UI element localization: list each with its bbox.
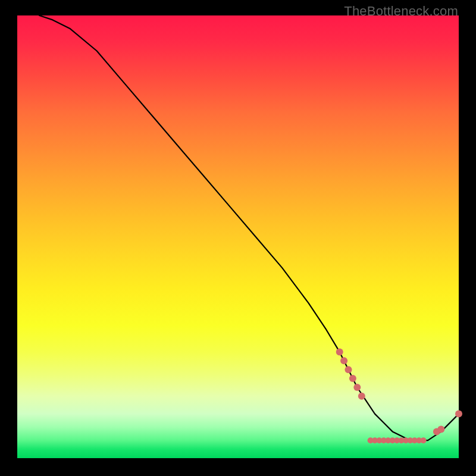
chart-overlay	[17, 15, 459, 458]
data-marker	[358, 393, 365, 400]
data-marker	[455, 411, 462, 418]
data-marker	[437, 426, 444, 433]
marker-band-b	[368, 437, 427, 443]
marker-pair-c	[433, 426, 444, 436]
data-marker	[353, 384, 361, 391]
chart-stage: TheBottleneck.com	[0, 0, 476, 476]
data-marker	[340, 357, 347, 364]
data-marker	[349, 375, 356, 382]
data-marker	[421, 437, 427, 443]
curve-line	[39, 15, 459, 440]
data-marker	[345, 366, 352, 373]
marker-end	[455, 411, 462, 418]
data-marker	[336, 348, 343, 355]
